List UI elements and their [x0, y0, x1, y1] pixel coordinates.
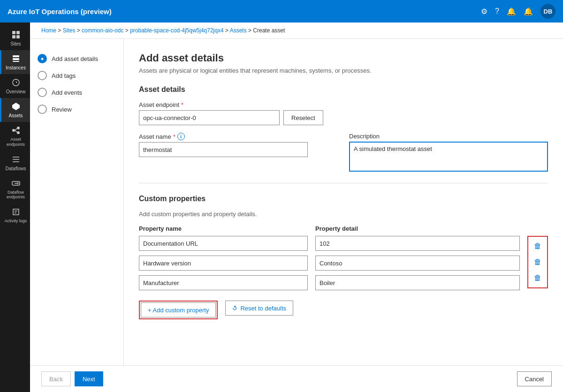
asset-endpoint-label: Asset endpoint * — [139, 101, 548, 108]
svg-rect-6 — [13, 61, 19, 62]
svg-rect-5 — [13, 58, 19, 60]
svg-rect-0 — [12, 31, 15, 34]
prop-name-2 — [139, 275, 308, 290]
reset-icon: ↺ — [231, 304, 239, 312]
prop-name-input-0[interactable] — [139, 236, 308, 251]
delete-prop-0-button[interactable]: 🗑 — [530, 239, 545, 254]
assets-icon — [11, 102, 21, 111]
prop-detail-input-2[interactable] — [315, 275, 520, 290]
table-row — [139, 236, 520, 251]
wizard-step-add-asset-details[interactable]: ● Add asset details — [38, 50, 116, 67]
prop-name-input-1[interactable] — [139, 256, 308, 271]
sidebar-item-assets[interactable]: Assets — [0, 98, 30, 122]
table-row — [139, 256, 520, 271]
svg-line-12 — [15, 130, 17, 132]
asset-name-info-icon[interactable]: i — [177, 133, 185, 140]
breadcrumb-aio-odc[interactable]: common-aio-odc — [82, 27, 123, 34]
prop-name-1 — [139, 256, 308, 271]
asset-name-label: Asset name * i — [139, 133, 338, 140]
sidebar-label-sites: Sites — [10, 41, 21, 46]
sidebar-item-dataflow-endpoints[interactable]: Dataflow endpoints — [0, 175, 30, 204]
notification-icon[interactable]: 🔔 — [507, 7, 516, 16]
help-icon[interactable]: ? — [495, 7, 499, 15]
prop-name-header: Property name — [139, 225, 308, 232]
form-area: Add asset details Assets are physical or… — [124, 39, 563, 365]
sidebar-label-asset-endpoints: Asset endpoints — [3, 137, 28, 147]
sidebar-item-sites[interactable]: Sites — [0, 26, 30, 50]
prop-rows-container: 🗑 🗑 🗑 — [139, 236, 548, 295]
asset-endpoint-required: * — [181, 101, 183, 108]
back-button[interactable]: Back — [41, 371, 71, 386]
reset-defaults-button[interactable]: ↺ Reset to defaults — [225, 301, 293, 316]
topbar-icons: ⚙ ? 🔔 🔔 DB — [481, 4, 555, 19]
asset-name-description-row: Asset name * i Description A simulated t… — [139, 133, 548, 172]
sidebar-item-dataflows[interactable]: Dataflows — [0, 151, 30, 175]
prop-detail-0 — [315, 236, 520, 251]
asset-name-group: Asset name * i — [139, 133, 338, 157]
svg-rect-3 — [16, 35, 20, 38]
next-button[interactable]: Next — [75, 371, 103, 386]
sidebar-item-asset-endpoints[interactable]: Asset endpoints — [0, 122, 30, 151]
prop-name-0 — [139, 236, 308, 251]
prop-detail-header: Property detail — [315, 225, 548, 232]
reselect-button[interactable]: Reselect — [283, 110, 323, 125]
app-title: Azure IoT Operations (preview) — [8, 8, 112, 15]
asset-endpoints-icon — [11, 126, 21, 135]
breadcrumb-home[interactable]: Home — [41, 27, 56, 34]
instances-icon — [11, 54, 21, 63]
prop-detail-input-0[interactable] — [315, 236, 520, 251]
asset-endpoint-input-group: Reselect — [139, 110, 548, 125]
delete-prop-2-button[interactable]: 🗑 — [530, 271, 545, 286]
breadcrumb-current: Create asset — [253, 27, 285, 34]
sidebar-item-activity-logs[interactable]: Activity logs — [0, 204, 30, 227]
prop-detail-2 — [315, 275, 520, 290]
bell-icon[interactable]: 🔔 — [524, 7, 533, 16]
page-title: Add asset details — [139, 52, 548, 64]
svg-rect-4 — [13, 55, 19, 57]
asset-endpoint-group: Asset endpoint * Reselect — [139, 101, 548, 125]
add-custom-property-button[interactable]: + Add custom property — [141, 302, 216, 317]
divider — [139, 183, 548, 183]
description-label: Description — [349, 133, 548, 140]
sidebar-label-activity-logs: Activity logs — [5, 219, 27, 224]
sidebar-label-instances: Instances — [6, 65, 26, 70]
prop-headers: Property name Property detail — [139, 225, 548, 232]
sidebar-label-overview: Overview — [6, 89, 26, 94]
wizard-step-label-2: Add tags — [52, 72, 76, 79]
page-layout: ● Add asset details Add tags Add events … — [30, 39, 563, 365]
svg-point-8 — [12, 129, 15, 132]
breadcrumb-assets[interactable]: Assets — [230, 27, 247, 34]
prop-name-input-2[interactable] — [139, 275, 308, 290]
settings-icon[interactable]: ⚙ — [481, 7, 487, 16]
asset-name-input[interactable] — [139, 142, 308, 157]
asset-details-title: Asset details — [139, 85, 548, 94]
cancel-button[interactable]: Cancel — [517, 371, 552, 386]
prop-detail-1 — [315, 256, 520, 271]
dataflow-endpoints-icon — [11, 179, 21, 188]
delete-prop-1-button[interactable]: 🗑 — [530, 255, 545, 270]
breadcrumb-sites[interactable]: Sites — [63, 27, 76, 34]
wizard-step-add-events[interactable]: Add events — [38, 84, 116, 101]
sidebar-item-overview[interactable]: Overview — [0, 74, 30, 98]
description-input[interactable]: A simulated thermostat asset — [349, 142, 548, 172]
wizard-step-label-1: Add asset details — [52, 55, 98, 62]
asset-name-required: * — [173, 133, 175, 140]
breadcrumb-space[interactable]: probable-space-cod-4j5qw5j4q72jqx4 — [130, 27, 223, 34]
sidebar-label-dataflow-endpoints: Dataflow endpoints — [3, 190, 28, 200]
bottom-bar-left: Back Next — [41, 371, 103, 386]
wizard-step-add-tags[interactable]: Add tags — [38, 67, 116, 84]
svg-rect-1 — [16, 31, 20, 34]
step-circle-3 — [38, 88, 47, 97]
page-subtitle: Assets are physical or logical entities … — [139, 67, 548, 74]
avatar[interactable]: DB — [540, 4, 555, 19]
svg-rect-2 — [12, 35, 15, 38]
main-layout: Sites Instances Overview Assets Asset en… — [0, 23, 563, 392]
wizard-step-review[interactable]: Review — [38, 101, 116, 118]
prop-detail-input-1[interactable] — [315, 256, 520, 271]
sites-icon — [11, 30, 21, 39]
sidebar-label-assets: Assets — [8, 113, 23, 118]
asset-endpoint-input[interactable] — [139, 110, 280, 125]
sidebar-item-instances[interactable]: Instances — [0, 50, 30, 74]
activity-logs-icon — [11, 207, 21, 217]
bottom-bar: Back Next Cancel — [30, 365, 563, 392]
